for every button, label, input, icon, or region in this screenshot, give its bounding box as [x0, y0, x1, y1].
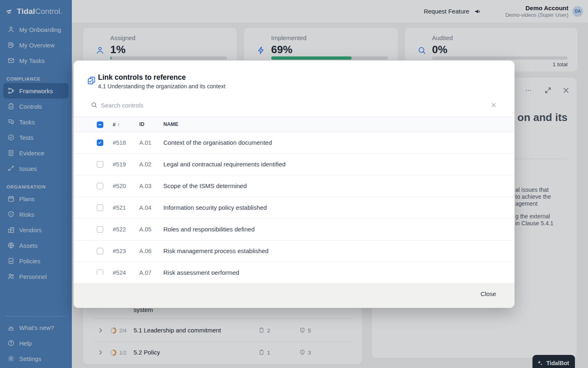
- controls-table-header: #↑ ID NAME: [74, 117, 514, 132]
- control-row[interactable]: #521A.04Information security policy esta…: [74, 197, 514, 219]
- control-number: #524: [113, 269, 126, 275]
- control-name: Context of the organisation documented: [163, 139, 272, 146]
- control-number: #522: [113, 226, 126, 233]
- sort-ascending-icon: ↑: [117, 121, 120, 128]
- check-icon: [98, 140, 102, 145]
- controls-table-body: #518A.01Context of the organisation docu…: [74, 132, 514, 275]
- control-name: Risk assessment performed: [163, 269, 239, 275]
- control-row[interactable]: #519A.02Legal and contractual requiremen…: [74, 154, 514, 175]
- indeterminate-mark: [98, 124, 101, 125]
- row-checkbox[interactable]: [97, 269, 103, 275]
- row-checkbox[interactable]: [97, 226, 103, 233]
- column-header-name: NAME: [163, 121, 178, 127]
- control-id: A.06: [139, 248, 151, 254]
- close-button[interactable]: Close: [481, 290, 496, 297]
- control-id: A.04: [139, 204, 151, 211]
- search-icon: [91, 101, 98, 108]
- control-id: A.02: [139, 161, 151, 168]
- control-row[interactable]: #520A.03Scope of the ISMS determined: [74, 175, 514, 197]
- app-screen: TidalControl. My OnboardingMy OverviewMy…: [0, 0, 588, 368]
- control-row[interactable]: #523A.06Risk management process establis…: [74, 240, 514, 262]
- control-id: A.05: [139, 226, 151, 233]
- column-header-id: ID: [139, 121, 145, 127]
- control-number: #520: [113, 183, 126, 189]
- modal-title: Link controls to reference: [98, 73, 186, 82]
- control-name: Roles and responsibilities defined: [163, 226, 254, 233]
- control-id: A.03: [139, 183, 151, 189]
- control-id: A.07: [139, 269, 151, 275]
- control-name: Legal and contractual requirements ident…: [163, 161, 285, 168]
- row-checkbox[interactable]: [97, 183, 103, 189]
- search-clear-icon[interactable]: [490, 102, 497, 108]
- select-all-checkbox[interactable]: [97, 121, 103, 128]
- link-controls-modal: Link controls to reference 4.1 Understan…: [74, 61, 514, 308]
- row-checkbox-checked[interactable]: [97, 139, 103, 146]
- copy-check-icon: [87, 76, 96, 85]
- control-name: Information security policy established: [163, 204, 267, 211]
- column-header-num[interactable]: #↑: [113, 121, 120, 128]
- control-id: A.01: [139, 139, 151, 146]
- control-row[interactable]: #524A.07Risk assessment performed: [74, 262, 514, 275]
- control-row[interactable]: #518A.01Context of the organisation docu…: [74, 132, 514, 154]
- control-number: #523: [113, 248, 126, 254]
- control-row[interactable]: #522A.05Roles and responsibilities defin…: [74, 219, 514, 240]
- control-number: #521: [113, 204, 126, 211]
- row-checkbox[interactable]: [97, 204, 103, 211]
- search-controls-input[interactable]: [101, 100, 346, 110]
- modal-footer: Close: [74, 283, 514, 308]
- control-number: #519: [113, 161, 126, 168]
- control-number: #518: [113, 139, 126, 146]
- row-checkbox[interactable]: [97, 248, 103, 254]
- control-name: Risk management process established: [163, 247, 269, 254]
- row-checkbox[interactable]: [97, 161, 103, 168]
- control-name: Scope of the ISMS determined: [163, 182, 247, 189]
- modal-subtitle: 4.1 Understanding the organization and i…: [98, 83, 225, 90]
